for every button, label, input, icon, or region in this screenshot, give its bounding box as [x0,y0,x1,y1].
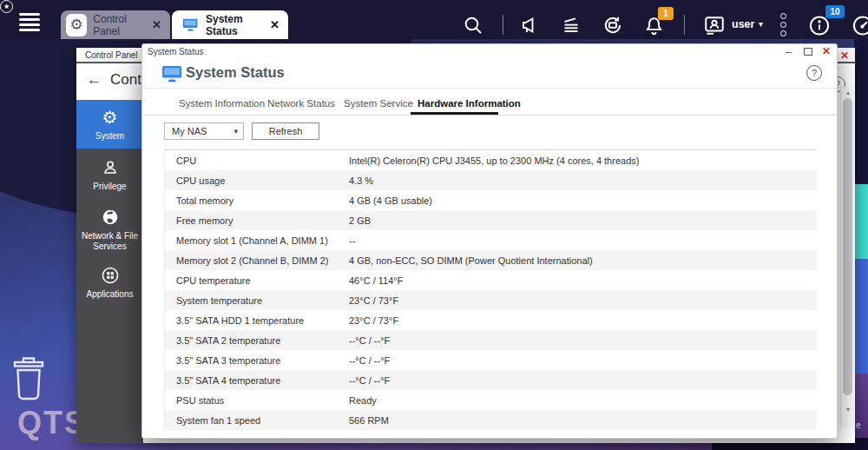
background-tasks-icon[interactable] [560,14,582,36]
row-label: CPU temperature [165,275,349,286]
divider [142,115,837,116]
tab-hardware-information[interactable]: Hardware Information [418,98,521,109]
row-value: Intel(R) Celeron(R) CPU J3455, up to 230… [349,156,817,166]
maximize-icon[interactable] [804,48,812,56]
gear-icon: ⚙ [66,14,87,36]
table-row: PSU statusReady [165,390,817,410]
table-row: Free memory2 GB [165,210,817,230]
row-label: CPU usage [165,175,349,186]
refresh-button-label: Refresh [269,126,303,136]
monitor-icon [182,18,199,31]
help-icon[interactable]: ? [806,65,822,81]
close-icon[interactable]: ✕ [822,45,831,57]
chevron-down-icon[interactable]: ▾ [759,19,763,29]
row-value: 23°C / 73°F [349,295,817,306]
row-value: --°C / --°F [349,355,817,366]
info-badge: 10 [825,5,845,18]
system-status-window: System Status – ✕ System Status ? System… [141,43,838,439]
row-label: System temperature [165,295,349,306]
tab-system-service[interactable]: System Service [344,98,413,109]
row-value: 4 GB (4 GB usable) [349,195,817,206]
control-panel-titlebar-label: Control Panel [85,50,138,60]
close-tab-icon[interactable]: ✕ [152,18,161,31]
taskbar-tab-label: Control Panel [93,13,152,37]
more-options-icon[interactable] [780,13,786,39]
scrollbar-up-icon[interactable]: ▲ [841,89,855,96]
close-tab-icon[interactable]: ✕ [270,18,279,31]
table-row: CPUIntel(R) Celeron(R) CPU J3455, up to … [165,150,817,170]
scrollbar-down-icon[interactable]: ▼ [841,407,855,413]
scrollbar-thumb[interactable] [843,98,852,395]
row-value: 23°C / 73°F [349,315,817,326]
tab-system-information[interactable]: System Information [179,98,265,109]
recycle-bin-icon[interactable] [9,354,49,401]
table-row: Total memory4 GB (4 GB usable) [165,190,817,210]
table-row: System fan 1 speed566 RPM [165,410,817,430]
sync-icon[interactable] [602,14,624,36]
desktop-icon-partial-label: e [856,420,861,430]
row-value: --°C / --°F [349,375,817,386]
sidebar-item-label: Network & File Services [76,231,143,252]
table-row: System temperature23°C / 73°F [165,290,817,310]
globe-icon [101,207,120,228]
row-label: Memory slot 2 (Channel B, DIMM 2) [165,255,349,266]
refresh-button[interactable]: Refresh [252,122,319,140]
row-label: CPU [165,156,349,166]
row-label: 3.5" SATA 2 temperature [165,335,349,346]
person-icon [101,157,120,178]
divider [142,88,837,89]
table-row: 3.5" SATA 3 temperature--°C / --°F [165,350,817,370]
taskbar-tab-control-panel[interactable]: ⚙ Control Panel ✕ [61,10,170,39]
minimize-icon[interactable]: – [786,45,792,58]
row-label: Free memory [165,215,349,226]
table-row: 3.5" SATA HDD 1 temperature23°C / 73°F [165,310,817,330]
sidebar-item-system[interactable]: ⚙ System [76,100,143,149]
wallpaper-edge-blue [854,259,868,374]
scrollbar[interactable]: ▲ ▼ [840,87,854,427]
window-titlebar-label: System Status [148,47,203,56]
user-avatar-icon[interactable] [703,14,726,36]
topbar: ⚙ Control Panel ✕ System Status ✕ [0,0,868,39]
table-row: Memory slot 2 (Channel B, DIMM 2)4 GB, n… [165,250,817,270]
table-row: CPU usage4.3 % [165,170,817,190]
notification-badge: 1 [658,7,674,20]
hardware-table: CPUIntel(R) Celeron(R) CPU J3455, up to … [164,149,817,430]
row-label: PSU status [165,395,349,406]
control-panel-close-icon[interactable]: ✕ [840,50,849,62]
back-arrow-icon[interactable]: ← [87,71,102,88]
sidebar-item-privilege[interactable]: Privilege [76,149,143,201]
row-label: 3.5" SATA 4 temperature [165,375,349,386]
wallpaper-edge-dark [854,39,868,184]
control-panel-sidebar: ⚙ System Privilege Network & File Servic… [76,100,143,443]
sidebar-item-network-file-services[interactable]: Network & File Services [76,201,143,258]
star-icon: ★ [0,0,13,13]
row-value: 4.3 % [349,175,817,186]
taskbar-tab-system-status[interactable]: System Status ✕ [172,10,288,39]
wallpaper-edge-teal [854,184,868,259]
hardware-table-body: CPUIntel(R) Celeron(R) CPU J3455, up to … [165,150,817,430]
main-menu-icon[interactable] [19,13,40,34]
row-value: -- [349,235,817,246]
search-icon[interactable] [462,14,484,36]
row-label: System fan 1 speed [165,415,349,426]
row-value: 2 GB [349,215,817,226]
row-value: 566 RPM [349,415,817,426]
sidebar-item-applications[interactable]: Applications [76,258,143,307]
user-menu-label[interactable]: user [732,18,754,30]
row-label: Total memory [165,195,349,206]
table-row: CPU temperature46°C / 114°F [165,270,817,290]
nas-select[interactable]: My NAS ▾ [164,122,244,140]
taskbar-tab-label: System Status [206,13,270,37]
dashboard-gauge-icon[interactable] [852,14,868,36]
row-value: --°C / --°F [349,335,817,346]
table-row: 3.5" SATA 2 temperature--°C / --°F [165,330,817,350]
row-label: Memory slot 1 (Channel A, DIMM 1) [165,235,349,246]
page-title: System Status [186,64,285,81]
apps-grid-icon [101,265,120,286]
row-value: 46°C / 114°F [349,275,817,286]
announcement-icon[interactable] [519,14,542,36]
nas-select-value: My NAS [172,126,207,136]
row-value: 4 GB, non-ECC, SO DIMM (Power Quotient I… [349,255,817,266]
table-row: 3.5" SATA 4 temperature--°C / --°F [165,370,817,390]
tab-network-status[interactable]: Network Status [267,98,335,109]
